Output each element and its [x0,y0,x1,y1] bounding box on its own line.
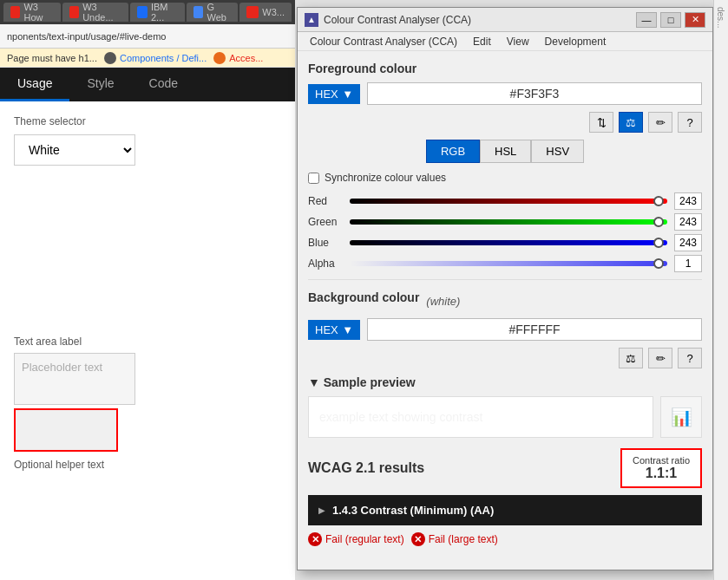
blue-track[interactable] [350,240,667,245]
breadcrumb-icon-1 [104,52,116,64]
bg-format-dropdown[interactable]: HEX ▼ [308,320,360,340]
theme-selector-input[interactable]: White [14,134,135,166]
red-slider-row: Red [308,192,702,210]
sample-icon-display: 📊 [660,396,702,438]
browser-tab-5[interactable]: W3... [239,3,292,22]
sliders-icon: ⚖ [626,116,636,129]
red-track[interactable] [350,199,667,204]
fail-row: ✕ Fail (regular text) ✕ Fail (large text… [308,529,702,550]
eyedropper-icon: ✏ [656,116,666,129]
sync-label: Synchronize colour values [325,172,446,184]
browser-tab-3[interactable]: IBM 2... [130,3,185,22]
content-area: Theme selector White [0,101,295,179]
form-section: Text area label Placeholder text Optiona… [0,336,295,471]
green-value-input[interactable] [674,213,702,231]
tab-icon-1 [10,6,20,18]
sample-chart-icon: 📊 [671,407,692,427]
tab-usage[interactable]: Usage [0,68,69,101]
content-tabs-bar: Usage Style Code [0,68,295,101]
chevron-down-icon: ▼ [342,88,353,101]
bg-help-icon-btn[interactable]: ? [678,348,702,368]
contrast-ratio-label: Contrast ratio [633,455,690,466]
right-edge: des... [713,0,728,580]
fg-section-title: Foreground colour [308,62,702,75]
eyedropper-icon-btn[interactable]: ✏ [648,112,672,133]
menu-cca[interactable]: Colour Contrast Analyser (CCA) [303,34,464,49]
tab-code[interactable]: Code [132,68,195,101]
menu-view[interactable]: View [500,34,536,49]
help-icon: ? [686,116,692,129]
sort-icon: ⇅ [597,116,607,129]
browser-tabs: W3 How W3 Unde... IBM 2... G Web W3... [0,0,295,24]
green-slider-row: Green [308,213,702,231]
cca-title: Colour Contrast Analyser (CCA) [324,14,471,26]
bg-hex-row: HEX ▼ [308,318,702,341]
bg-eyedropper-icon-btn[interactable]: ✏ [648,348,672,368]
theme-selector-label: Theme selector [14,115,281,127]
green-thumb[interactable] [653,217,664,227]
alpha-value-input[interactable] [674,255,702,272]
divider-1 [308,279,702,280]
color-mode-tabs: RGB HSL HSV [308,140,702,163]
blue-thumb[interactable] [653,238,664,248]
color-mode-hsv[interactable]: HSV [531,140,584,163]
color-mode-hsl[interactable]: HSL [480,140,531,163]
browser-tab-2[interactable]: W3 Unde... [62,3,129,22]
breadcrumb-link-2[interactable]: Acces... [213,52,263,64]
alpha-label: Alpha [308,257,343,270]
fg-hex-row: HEX ▼ [308,82,702,105]
menu-edit[interactable]: Edit [466,34,498,49]
tab-icon-5 [246,6,259,18]
textarea-highlight-box [14,408,118,452]
help-icon-btn[interactable]: ? [678,112,702,133]
sync-checkbox[interactable] [308,173,319,184]
wcag-title-row: WCAG 2.1 results Contrast ratio 1.1:1 [308,448,702,488]
bg-sliders-icon-btn[interactable]: ⚖ [619,348,643,368]
red-value-input[interactable] [674,192,702,210]
close-button[interactable]: ✕ [685,12,705,28]
alpha-track[interactable] [350,261,667,266]
maximize-button[interactable]: □ [660,12,681,28]
slider-section: Red Green Blue [308,192,702,272]
fail-regular-icon: ✕ [308,532,322,546]
wcag-section: WCAG 2.1 results Contrast ratio 1.1:1 ▶ … [308,448,702,550]
browser-tab-1[interactable]: W3 How [3,3,61,22]
address-bar[interactable]: nponents/text-input/usage/#live-demo [0,24,295,49]
bg-note: (white) [426,295,460,308]
cca-app-icon: ▲ [305,13,318,27]
tab-style[interactable]: Style [69,68,131,101]
textarea-label: Text area label [14,336,281,348]
breadcrumb-link-1[interactable]: Components / Defi... [104,52,207,64]
breadcrumb-icon-2 [213,52,226,64]
wcag-aa-item[interactable]: ▶ 1.4.3 Contrast (Minimum) (AA) [308,495,702,525]
bg-sliders-icon: ⚖ [626,352,636,365]
minimize-button[interactable]: — [636,12,657,28]
red-thumb[interactable] [653,196,664,206]
wcag-item-label: 1.4.3 Contrast (Minimum) (AA) [332,504,494,517]
menu-development[interactable]: Development [538,34,613,49]
cca-menubar: Colour Contrast Analyser (CCA) Edit View… [298,32,712,51]
bg-hex-input[interactable] [367,318,702,341]
blue-value-input[interactable] [674,234,702,251]
fg-format-dropdown[interactable]: HEX ▼ [308,84,360,104]
green-track[interactable] [350,219,667,225]
sort-icon-btn[interactable]: ⇅ [589,112,613,133]
fg-hex-input[interactable] [367,82,702,105]
sliders-icon-btn[interactable]: ⚖ [619,112,643,133]
browser-tab-4[interactable]: G Web [187,3,238,22]
contrast-ratio-box: Contrast ratio 1.1:1 [620,448,702,488]
alpha-thumb[interactable] [653,258,664,269]
wcag-title-label: WCAG 2.1 results [308,460,424,476]
contrast-ratio-value: 1.1:1 [633,466,690,481]
bg-chevron-down-icon: ▼ [342,323,353,336]
bg-eyedropper-icon: ✏ [656,352,666,365]
textarea-mock[interactable]: Placeholder text [14,353,135,405]
cca-window: ▲ Colour Contrast Analyser (CCA) — □ ✕ C… [297,7,713,570]
sample-preview-toggle[interactable]: ▼ Sample preview [308,375,702,389]
red-label: Red [308,195,343,207]
window-controls: — □ ✕ [636,12,705,28]
tab-icon-4 [193,6,203,18]
color-mode-rgb[interactable]: RGB [426,140,480,163]
sync-row: Synchronize colour values [308,172,702,184]
wcag-item-arrow: ▶ [318,505,325,515]
